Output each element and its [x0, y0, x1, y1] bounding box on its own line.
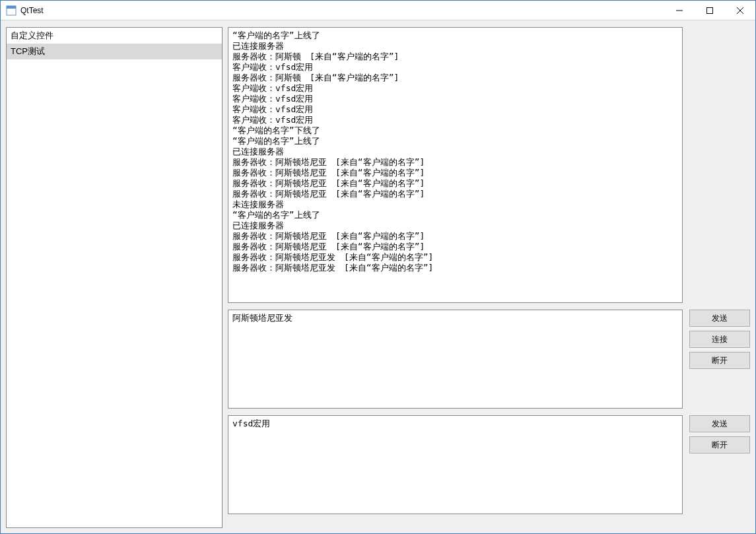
server-send-button[interactable]: 发送 [689, 310, 750, 327]
client-disconnect-button[interactable]: 断开 [689, 436, 750, 453]
main-panel: “客户端的名字”上线了 已连接服务器 服务器收：阿斯顿 [来自“客户端的名字”]… [228, 27, 750, 528]
message-log[interactable]: “客户端的名字”上线了 已连接服务器 服务器收：阿斯顿 [来自“客户端的名字”]… [228, 27, 683, 303]
client-send-button[interactable]: 发送 [689, 415, 750, 432]
client-send-input[interactable] [228, 415, 683, 514]
maximize-button[interactable] [695, 1, 725, 20]
window-title: QtTest [20, 6, 44, 15]
client-area: 自定义控件TCP测试 “客户端的名字”上线了 已连接服务器 服务器收：阿斯顿 [… [1, 20, 755, 533]
sidebar-item-1[interactable]: TCP测试 [7, 44, 222, 59]
server-connect-button[interactable]: 连接 [689, 331, 750, 348]
server-input-row: 发送 连接 断开 [228, 310, 750, 409]
app-icon [6, 5, 17, 16]
close-button[interactable] [725, 1, 755, 20]
titlebar[interactable]: QtTest [1, 1, 755, 20]
app-window: QtTest 自定义控件TCP测试 “客户端的名字”上线了 已连接服务器 服务器… [0, 0, 756, 534]
server-disconnect-button[interactable]: 断开 [689, 352, 750, 369]
client-input-row: 发送 断开 [228, 415, 750, 514]
server-send-input[interactable] [228, 310, 683, 409]
window-controls [664, 1, 755, 20]
log-row: “客户端的名字”上线了 已连接服务器 服务器收：阿斯顿 [来自“客户端的名字”]… [228, 27, 750, 303]
minimize-button[interactable] [664, 1, 695, 20]
svg-rect-1 [7, 6, 16, 9]
server-button-column: 发送 连接 断开 [689, 310, 750, 369]
svg-rect-3 [707, 7, 713, 13]
sidebar-list[interactable]: 自定义控件TCP测试 [6, 27, 223, 528]
client-button-column: 发送 断开 [689, 415, 750, 453]
sidebar-item-0[interactable]: 自定义控件 [7, 28, 222, 44]
